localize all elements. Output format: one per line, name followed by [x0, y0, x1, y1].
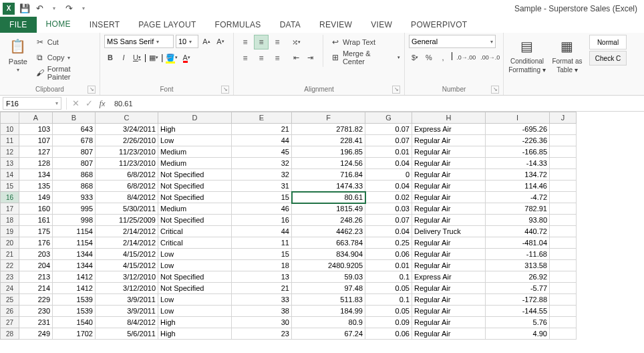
- cell[interactable]: 44: [232, 135, 292, 146]
- cell[interactable]: -695.26: [486, 124, 550, 135]
- cell[interactable]: 0.06: [365, 249, 412, 260]
- cell[interactable]: [550, 283, 577, 294]
- cell[interactable]: 134.72: [486, 169, 550, 181]
- cell[interactable]: 807: [53, 158, 96, 169]
- cell[interactable]: 21: [232, 283, 292, 294]
- format-painter-button[interactable]: 🖌Format Painter: [35, 66, 96, 80]
- cell[interactable]: [550, 328, 577, 340]
- alignment-dialog-launcher[interactable]: ↘: [392, 86, 400, 94]
- cell[interactable]: 38: [232, 306, 292, 317]
- row-header[interactable]: 20: [1, 237, 19, 249]
- cell[interactable]: 3/9/2011: [96, 294, 158, 306]
- cell[interactable]: 8/4/2012: [96, 192, 158, 203]
- cell[interactable]: Not Specified: [158, 215, 232, 226]
- cell[interactable]: 5.76: [486, 317, 550, 328]
- cell[interactable]: 196.85: [292, 146, 365, 158]
- cell[interactable]: 2480.9205: [292, 260, 365, 271]
- cell[interactable]: 160: [19, 203, 53, 215]
- increase-indent-button[interactable]: ⇥: [304, 51, 316, 64]
- col-header-c[interactable]: C: [96, 112, 158, 124]
- row-header[interactable]: 12: [1, 146, 19, 158]
- cell[interactable]: 1474.33: [292, 181, 365, 192]
- row-header[interactable]: 27: [1, 317, 19, 328]
- cell[interactable]: 4/15/2012: [96, 249, 158, 260]
- cell[interactable]: Regular Air: [412, 146, 486, 158]
- cell[interactable]: 0.03: [365, 203, 412, 215]
- cell[interactable]: 203: [19, 249, 53, 260]
- cell[interactable]: 45: [232, 146, 292, 158]
- increase-font-button[interactable]: A▴: [200, 35, 212, 48]
- qat-save-button[interactable]: 💾: [18, 2, 31, 15]
- cell[interactable]: 0.04: [365, 158, 412, 169]
- cell[interactable]: Delivery Truck: [412, 226, 486, 237]
- enter-formula-button[interactable]: ✓: [82, 97, 96, 110]
- cell[interactable]: 0.01: [365, 260, 412, 271]
- tab-home[interactable]: HOME: [37, 17, 80, 33]
- cell[interactable]: [550, 249, 577, 260]
- col-header-h[interactable]: H: [412, 112, 486, 124]
- cell[interactable]: 176: [19, 237, 53, 249]
- copy-button[interactable]: ⧉Copy▾: [35, 50, 96, 65]
- cell[interactable]: 231: [19, 317, 53, 328]
- row-header[interactable]: 11: [1, 135, 19, 146]
- cell[interactable]: 248.26: [292, 215, 365, 226]
- cell[interactable]: 0.1: [365, 271, 412, 283]
- cell[interactable]: 229: [19, 294, 53, 306]
- cell[interactable]: Express Air: [412, 124, 486, 135]
- cell[interactable]: 1539: [53, 306, 96, 317]
- cell[interactable]: 663.784: [292, 237, 365, 249]
- font-dialog-launcher[interactable]: ↘: [221, 86, 229, 94]
- cell[interactable]: 214: [19, 283, 53, 294]
- cell[interactable]: 643: [53, 124, 96, 135]
- percent-format-button[interactable]: %: [423, 51, 435, 64]
- cell[interactable]: 1344: [53, 260, 96, 271]
- cell[interactable]: 782.91: [486, 203, 550, 215]
- row-header[interactable]: 24: [1, 283, 19, 294]
- cell[interactable]: 5/30/2011: [96, 203, 158, 215]
- cell[interactable]: Regular Air: [412, 169, 486, 181]
- cell[interactable]: 128: [19, 158, 53, 169]
- cell[interactable]: [550, 237, 577, 249]
- cell[interactable]: 0.04: [365, 226, 412, 237]
- cell[interactable]: 0.01: [365, 146, 412, 158]
- select-all-corner[interactable]: [1, 112, 19, 124]
- cell[interactable]: Critical: [158, 226, 232, 237]
- accounting-format-button[interactable]: $▾: [409, 51, 421, 64]
- cell[interactable]: 67.24: [292, 328, 365, 340]
- number-dialog-launcher[interactable]: ↘: [491, 86, 499, 94]
- cell[interactable]: 0.05: [365, 283, 412, 294]
- cell[interactable]: [550, 135, 577, 146]
- cell[interactable]: 21: [232, 124, 292, 135]
- cell[interactable]: 1412: [53, 283, 96, 294]
- conditional-formatting-button[interactable]: ▤ Conditional Formatting ▾: [508, 35, 546, 74]
- cell[interactable]: 127: [19, 146, 53, 158]
- cell[interactable]: [550, 306, 577, 317]
- cell[interactable]: 1412: [53, 271, 96, 283]
- cell[interactable]: 0.07: [365, 215, 412, 226]
- cell[interactable]: 18: [232, 260, 292, 271]
- col-header-b[interactable]: B: [53, 112, 96, 124]
- cell[interactable]: [550, 260, 577, 271]
- cell[interactable]: -172.88: [486, 294, 550, 306]
- cell[interactable]: Regular Air: [412, 317, 486, 328]
- cell[interactable]: 135: [19, 181, 53, 192]
- cell[interactable]: -481.04: [486, 237, 550, 249]
- align-center-button[interactable]: ≡: [254, 51, 269, 66]
- cell[interactable]: 2/14/2012: [96, 226, 158, 237]
- cell[interactable]: 0.02: [365, 192, 412, 203]
- cell[interactable]: Not Specified: [158, 271, 232, 283]
- row-header[interactable]: 14: [1, 169, 19, 181]
- cell[interactable]: 0.1: [365, 294, 412, 306]
- paste-button[interactable]: 📋 Paste ▾: [4, 35, 32, 73]
- cell[interactable]: 3/9/2011: [96, 306, 158, 317]
- col-header-a[interactable]: A: [19, 112, 53, 124]
- row-header[interactable]: 21: [1, 249, 19, 260]
- cell[interactable]: 0.04: [365, 181, 412, 192]
- cell[interactable]: [550, 294, 577, 306]
- col-header-e[interactable]: E: [232, 112, 292, 124]
- cell[interactable]: Medium: [158, 203, 232, 215]
- cell[interactable]: 161: [19, 215, 53, 226]
- row-header[interactable]: 22: [1, 260, 19, 271]
- orientation-button[interactable]: ⤮▾: [290, 35, 302, 49]
- cell[interactable]: 149: [19, 192, 53, 203]
